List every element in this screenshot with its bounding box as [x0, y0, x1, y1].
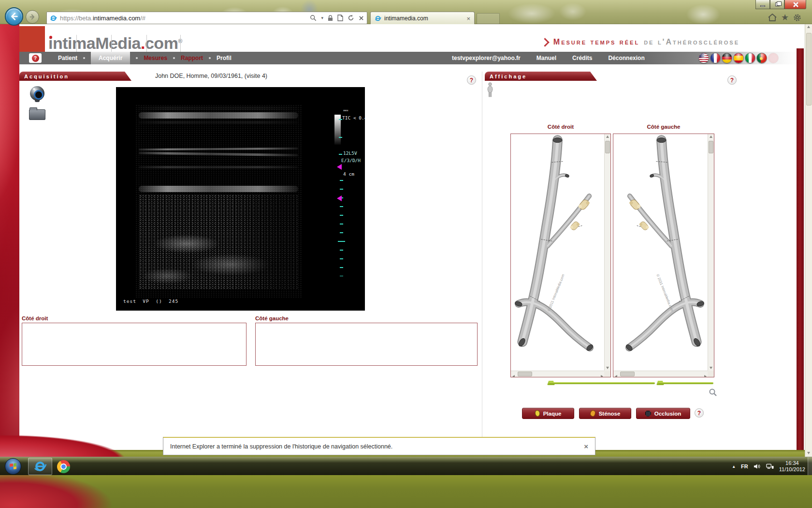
acquisition-help-button[interactable]: ? — [467, 75, 476, 85]
language-indicator[interactable]: FR — [741, 463, 748, 469]
legend-help-button[interactable]: ? — [695, 408, 704, 418]
affichage-help-button[interactable]: ? — [727, 75, 737, 85]
tab-close-button[interactable]: × — [466, 15, 470, 22]
horizontal-scrollbar[interactable] — [511, 371, 604, 377]
flag-it[interactable] — [745, 53, 755, 63]
help-icon: ? — [32, 55, 39, 62]
taskbar-chrome-button[interactable] — [57, 460, 70, 473]
browser-tab[interactable]: intimamedia.com × — [370, 12, 475, 25]
stop-icon[interactable] — [359, 15, 364, 21]
ultrasound-image: MI TIC < 0.4 12L5V E/3/D/H 4 cm test VP … — [116, 87, 365, 311]
nav-separator-dot — [83, 57, 85, 59]
home-icon[interactable] — [768, 13, 777, 22]
window-restore-button[interactable] — [770, 0, 784, 9]
nav-item-rapport[interactable]: Rapport — [181, 55, 203, 61]
scroll-up-icon — [807, 26, 810, 28]
start-button[interactable] — [5, 458, 21, 475]
web-page: intimaMedia.com® Mesure temps réel de l'… — [0, 24, 805, 457]
window-controls — [755, 0, 806, 9]
desktop-wallpaper — [0, 475, 812, 508]
flag-fr[interactable] — [710, 53, 721, 63]
stenose-button[interactable]: Sténose — [579, 408, 631, 419]
nav-item-profil[interactable]: Profil — [217, 55, 232, 61]
webcam-icon — [30, 86, 44, 101]
mi-partial-label: MI — [343, 110, 362, 114]
nav-separator-dot — [136, 57, 138, 59]
nav-help-button[interactable]: ? — [29, 53, 42, 63]
new-tab-button[interactable] — [477, 13, 500, 24]
chrome-icon — [60, 463, 67, 470]
browser-scrollbar[interactable] — [805, 24, 812, 457]
browser-back-button[interactable] — [5, 7, 23, 26]
search-icon[interactable] — [310, 15, 317, 21]
diagram-left-label: Côté droit — [510, 124, 611, 130]
nav-link-deconnexion[interactable]: Déconnexion — [608, 55, 644, 61]
flag-es[interactable] — [733, 53, 744, 63]
language-flags — [698, 53, 779, 63]
window-close-button[interactable] — [784, 0, 806, 9]
right-zoom-slider[interactable] — [658, 382, 713, 384]
restore-icon — [775, 2, 780, 6]
left-zoom-slider[interactable] — [549, 382, 655, 384]
site-logo[interactable]: intimaMedia.com® — [48, 30, 182, 52]
show-desktop-button[interactable] — [808, 457, 812, 476]
vertical-scrollbar[interactable] — [708, 134, 714, 371]
nav-item-mesures[interactable]: Mesures — [144, 55, 167, 61]
scroll-left-icon — [512, 375, 515, 377]
network-icon[interactable] — [766, 463, 774, 469]
magnifier-zoom-icon[interactable] — [709, 388, 717, 397]
tray-expand-icon[interactable]: ▲ — [732, 464, 736, 469]
account-email[interactable]: testvpexplorer@yahoo.fr — [452, 55, 521, 61]
clock-time: 16:34 — [779, 460, 805, 466]
favorites-star-icon[interactable]: ★ — [781, 13, 789, 22]
open-folder-button[interactable] — [29, 106, 45, 120]
address-bar[interactable]: https://beta.intimamedia.com/# ▾ — [46, 12, 367, 24]
url-text[interactable]: https://beta.intimamedia.com/# — [60, 15, 145, 22]
webcam-capture-button[interactable] — [30, 86, 45, 104]
nav-link-credits[interactable]: Crédits — [572, 55, 592, 61]
plaque-button[interactable]: Plaque — [522, 408, 574, 419]
browser-forward-button[interactable] — [26, 10, 39, 24]
nav-divider-tick — [111, 35, 112, 52]
refresh-icon[interactable] — [348, 15, 354, 21]
site-tagline: Mesure temps réel de l'Athérosclérose — [498, 36, 740, 48]
flag-de[interactable] — [722, 53, 732, 63]
person-icon — [486, 82, 494, 98]
search-caret-icon[interactable]: ▾ — [321, 15, 323, 20]
vertical-scrollbar[interactable] — [604, 134, 610, 371]
ie-tab-icon — [375, 15, 381, 22]
scroll-right-icon — [601, 375, 603, 377]
notification-text: Internet Explorer a terminé la suppressi… — [170, 443, 392, 450]
mode-label: E/3/D/H — [341, 158, 361, 163]
nav-item-patient[interactable]: Patient — [58, 55, 77, 61]
notification-close-button[interactable]: × — [584, 442, 588, 450]
stenose-icon — [590, 410, 595, 417]
carotid-diagram: © 2011 IntimaMedia.com — [614, 134, 708, 371]
windows-taskbar: ▲ FR 16:34 11/10/2012 — [0, 457, 812, 475]
taskbar-clock[interactable]: 16:34 11/10/2012 — [779, 460, 805, 473]
nav-divider-tick — [146, 35, 147, 52]
nav-link-manuel[interactable]: Manuel — [536, 55, 556, 61]
settings-gear-icon[interactable] — [793, 13, 802, 22]
nav-separator-dot — [173, 57, 175, 59]
occlusion-button[interactable]: Occlusion — [636, 408, 690, 419]
horizontal-scrollbar[interactable] — [613, 371, 708, 377]
acquisition-title: Acquisition — [24, 74, 69, 79]
compatibility-page-icon[interactable] — [337, 15, 343, 21]
depth-label: 4 cm — [343, 171, 354, 177]
flag-pt[interactable] — [756, 53, 767, 63]
flag-us[interactable] — [698, 53, 709, 63]
volume-icon[interactable] — [754, 463, 761, 469]
page-background-red-swirl — [0, 24, 19, 457]
scroll-down-icon — [710, 367, 712, 369]
carotid-diagram-panel-left-side: © 2011 IntimaMedia.com — [613, 134, 714, 377]
taskbar-ie-button[interactable] — [28, 458, 52, 475]
nav-divider-tick — [180, 35, 181, 52]
nav-right-links: testvpexplorer@yahoo.fr Manuel Crédits D… — [452, 52, 645, 64]
ie-favicon — [50, 15, 57, 22]
plaque-icon — [535, 410, 540, 417]
affichage-title: Affichage — [490, 74, 527, 79]
nav-item-acquerir[interactable]: Acquérir — [91, 52, 130, 64]
right-side-label: Côté gauche — [255, 315, 289, 321]
window-minimize-button[interactable] — [755, 0, 770, 9]
